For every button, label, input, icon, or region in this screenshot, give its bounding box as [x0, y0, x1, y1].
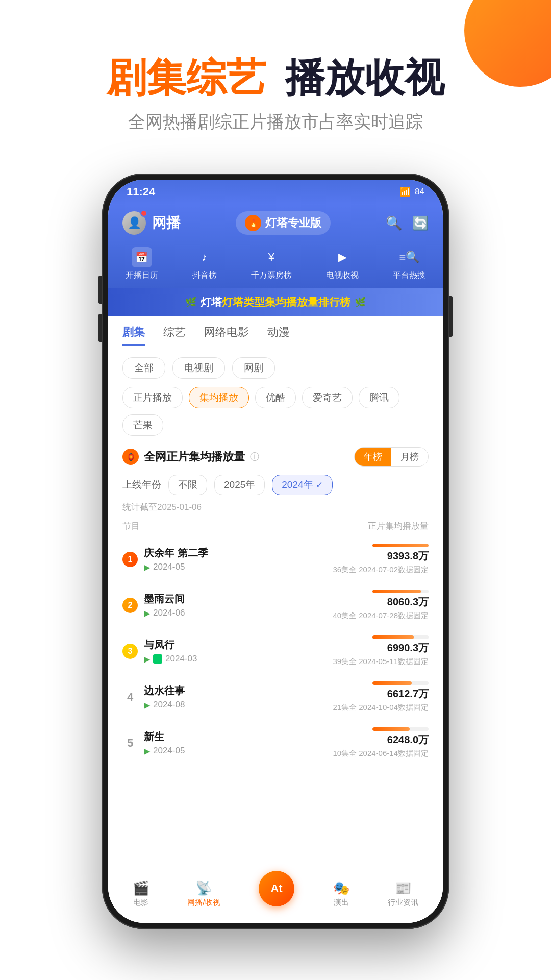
battery-indicator: 84 [415, 187, 424, 197]
table-header: 节目 正片集均播放量 [108, 517, 443, 536]
volume-down-button [98, 314, 102, 342]
filter-tv-drama[interactable]: 电视剧 [172, 357, 225, 379]
center-button[interactable]: At [259, 871, 294, 906]
list-item[interactable]: 3 与凤行 ▶ 2024-03 [108, 628, 443, 674]
info-icon[interactable]: ⓘ [250, 451, 259, 463]
item-score-3: 6990.3万 [387, 641, 429, 655]
bar-fill-4 [372, 681, 412, 685]
item-score-4: 6612.7万 [387, 687, 429, 701]
chip-zhengpian[interactable]: 正片播放 [122, 387, 183, 408]
item-detail-5: 10集全 2024-06-14数据固定 [333, 749, 429, 758]
phone-screen: 11:24 📶 84 👤 网播 [108, 180, 443, 923]
nav-tab-piaofang[interactable]: ¥ 千万票房榜 [251, 247, 292, 281]
tab-drama[interactable]: 剧集 [122, 325, 145, 346]
header-center[interactable]: 🔥 灯塔专业版 [236, 211, 331, 235]
section-logo: 🏮 [122, 449, 139, 465]
category-tabs-row: 剧集 综艺 网络电影 动漫 [108, 316, 443, 351]
tv-icon: ▶ [332, 247, 353, 267]
promotion-banner[interactable]: 🌿 灯塔灯塔类型集均播放量排行榜 🌿 [108, 288, 443, 316]
nav-center[interactable]: At [259, 871, 294, 906]
year-check-icon: ✓ [316, 480, 323, 491]
year-btn-2024[interactable]: 2024年 ✓ [272, 475, 332, 495]
item-bar-3 [372, 635, 429, 639]
list-item[interactable]: 4 边水往事 ▶ 2024-08 [108, 674, 443, 720]
industry-label: 行业资讯 [388, 898, 418, 908]
item-right-1: 9393.8万 36集全 2024-07-02数据固定 [333, 544, 429, 575]
piaofang-icon: ¥ [261, 247, 282, 267]
list-item[interactable]: 2 墨雨云间 ▶ 2024-06 [108, 582, 443, 628]
header-actions: 🔍 🔄 [386, 215, 429, 231]
nav-show[interactable]: 🎭 演出 [333, 880, 349, 908]
nav-tab-search[interactable]: ≡🔍 平台热搜 [393, 247, 425, 281]
item-detail-3: 39集全 2024-05-11数据固定 [333, 657, 429, 667]
tv-label: 电视收视 [326, 270, 359, 281]
platform-filter-row: 正片播放 集均播放 优酷 爱奇艺 腾讯 芒果 [108, 385, 443, 442]
chip-jiyun[interactable]: 集均播放 [189, 387, 249, 408]
industry-icon: 📰 [395, 880, 411, 896]
platform-badge-3 [153, 654, 162, 664]
nav-tab-douyin[interactable]: ♪ 抖音榜 [192, 247, 217, 281]
filter-all[interactable]: 全部 [122, 357, 165, 379]
rank-badge-1: 1 [122, 552, 138, 567]
item-info-2: 墨雨云间 ▶ 2024-06 [144, 592, 327, 618]
section-header: 🏮 全网正片集均播放量 ⓘ 年榜 月榜 [108, 442, 443, 471]
phone-wrapper: 11:24 📶 84 👤 网播 [102, 174, 449, 929]
item-bar-4 [372, 681, 429, 685]
avatar[interactable]: 👤 [122, 211, 146, 235]
nav-broadcast[interactable]: 📡 网播/收视 [187, 880, 220, 908]
item-bar-5 [372, 727, 429, 731]
search-icon[interactable]: 🔍 [386, 215, 402, 231]
stats-note: 统计截至2025-01-06 [108, 499, 443, 517]
app-title: 网播 [152, 213, 181, 233]
hero-title-dark: 播放收视 [285, 55, 444, 100]
nav-tabs: 📅 开播日历 ♪ 抖音榜 ¥ 千万票房榜 ▶ 电视收视 [108, 243, 443, 288]
item-right-4: 6612.7万 21集全 2024-10-04数据固定 [333, 681, 429, 713]
tab-network-movie[interactable]: 网络电影 [204, 325, 249, 346]
tab-anime[interactable]: 动漫 [267, 325, 290, 346]
item-detail-2: 40集全 2024-07-28数据固定 [333, 611, 429, 621]
section-title-group: 🏮 全网正片集均播放量 ⓘ [122, 449, 259, 465]
item-name-4: 边水往事 [144, 684, 327, 698]
tab-variety[interactable]: 综艺 [163, 325, 186, 346]
chip-iqiyi[interactable]: 爱奇艺 [302, 387, 353, 408]
section-title-text: 全网正片集均播放量 [144, 449, 245, 464]
show-icon: 🎭 [333, 880, 349, 896]
banner-text-white: 灯塔 [201, 296, 222, 308]
item-meta-1: ▶ 2024-05 [144, 562, 327, 572]
chip-mango[interactable]: 芒果 [122, 414, 163, 436]
piaofang-label: 千万票房榜 [251, 270, 292, 281]
item-score-5: 6248.0万 [387, 733, 429, 747]
nav-movie[interactable]: 🎬 电影 [133, 880, 149, 908]
item-name-5: 新生 [144, 730, 327, 744]
item-info-5: 新生 ▶ 2024-05 [144, 730, 327, 756]
play-icon-1: ▶ [144, 562, 150, 572]
filter-web-drama[interactable]: 网剧 [232, 357, 275, 379]
chip-tencent[interactable]: 腾讯 [359, 387, 399, 408]
play-icon-2: ▶ [144, 608, 150, 618]
item-info-4: 边水往事 ▶ 2024-08 [144, 684, 327, 710]
rank-num-5: 5 [122, 737, 138, 750]
nav-tab-tv[interactable]: ▶ 电视收视 [326, 247, 359, 281]
nav-industry[interactable]: 📰 行业资讯 [388, 880, 418, 908]
item-detail-1: 36集全 2024-07-02数据固定 [333, 565, 429, 575]
list-item[interactable]: 5 新生 ▶ 2024-05 [108, 720, 443, 766]
nav-tab-kaibo[interactable]: 📅 开播日历 [126, 247, 158, 281]
list-item[interactable]: 1 庆余年 第二季 ▶ 2024-05 [108, 536, 443, 582]
year-btn-unlimited[interactable]: 不限 [168, 475, 207, 495]
item-detail-4: 21集全 2024-10-04数据固定 [333, 703, 429, 713]
movie-label: 电影 [133, 898, 148, 908]
year-btn-2025[interactable]: 2025年 [214, 475, 265, 495]
bar-fill-2 [372, 590, 421, 593]
center-at-icon: At [270, 882, 282, 895]
rank-month-btn[interactable]: 月榜 [391, 448, 428, 466]
year-filter-row: 上线年份 不限 2025年 2024年 ✓ [108, 471, 443, 499]
rank-year-btn[interactable]: 年榜 [355, 448, 391, 466]
item-date-5: 2024-05 [153, 746, 185, 756]
phone-frame: 11:24 📶 84 👤 网播 [102, 174, 449, 929]
status-bar: 11:24 📶 84 [108, 180, 443, 204]
rankings-list: 1 庆余年 第二季 ▶ 2024-05 [108, 536, 443, 869]
hotsearch-icon: ≡🔍 [399, 247, 419, 267]
chip-youku[interactable]: 优酷 [255, 387, 296, 408]
refresh-icon[interactable]: 🔄 [412, 215, 429, 231]
volume-up-button [98, 276, 102, 304]
